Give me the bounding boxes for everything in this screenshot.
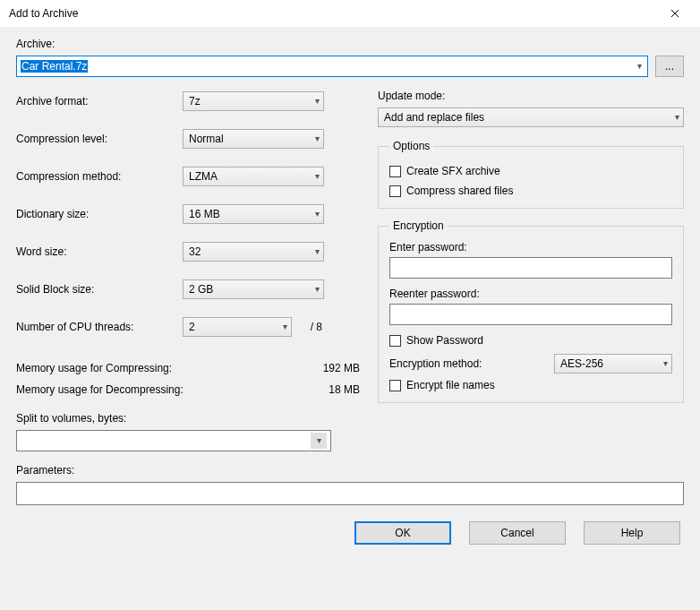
encrypt-names-checkbox[interactable] [389,380,401,391]
chevron-down-icon: ▾ [637,62,642,71]
mem-comp-value: 192 MB [323,362,360,374]
parameters-input[interactable] [16,482,684,505]
chevron-down-icon: ▾ [315,285,320,294]
options-group: Options Create SFX archive Compress shar… [378,140,684,209]
update-mode-select[interactable]: Add and replace files▾ [378,107,684,127]
chevron-down-icon: ▾ [315,247,320,256]
format-select[interactable]: 7z▾ [183,91,324,111]
chevron-down-icon: ▾ [315,97,320,106]
dict-label: Dictionary size: [16,208,183,220]
block-select[interactable]: 2 GB▾ [183,279,324,299]
chevron-down-icon: ▾ [317,436,321,445]
dialog-buttons: OK Cancel Help [16,521,684,545]
format-label: Archive format: [16,95,183,107]
close-button[interactable] [657,2,693,25]
sfx-label: Create SFX archive [406,165,500,177]
update-label: Update mode: [378,90,684,102]
reenter-password-label: Reenter password: [389,288,672,300]
browse-button[interactable]: ... [655,56,684,77]
enc-method-label: Encryption method: [389,357,482,370]
encryption-legend: Encryption [389,219,448,232]
close-icon [670,9,679,18]
help-button[interactable]: Help [584,521,680,545]
reenter-password-input[interactable] [389,304,672,325]
threads-total: / 8 [297,321,322,333]
block-label: Solid Block size: [16,283,183,296]
chevron-down-icon: ▾ [315,210,320,219]
archive-path-combobox[interactable]: Car Rental.7z ▾ [16,56,648,77]
threads-select[interactable]: 2▾ [183,317,292,337]
split-label: Split to volumes, bytes: [16,412,360,425]
archive-path-value: Car Rental.7z [21,60,88,73]
right-column: Update mode: Add and replace files▾ Opti… [378,90,684,451]
level-select[interactable]: Normal▾ [183,129,324,149]
sfx-checkbox[interactable] [389,166,401,177]
options-legend: Options [389,140,433,152]
word-select[interactable]: 32▾ [183,242,324,262]
archive-label: Archive: [16,38,684,50]
method-select[interactable]: LZMA▾ [183,167,324,186]
split-dropdown-button[interactable]: ▾ [311,433,327,449]
mem-decomp-label: Memory usage for Decompressing: [16,383,184,396]
encryption-group: Encryption Enter password: Reenter passw… [378,219,684,403]
word-label: Word size: [16,245,183,258]
shared-label: Compress shared files [406,185,513,197]
left-column: Archive format: 7z▾ Compression level: N… [16,90,360,451]
level-label: Compression level: [16,133,183,145]
chevron-down-icon: ▾ [315,172,320,181]
split-volumes-combobox[interactable]: ▾ [16,430,331,451]
dict-select[interactable]: 16 MB▾ [183,204,324,224]
shared-checkbox[interactable] [389,185,401,197]
encrypt-names-label: Encrypt file names [406,379,495,391]
enter-password-label: Enter password: [389,241,672,253]
chevron-down-icon: ▾ [315,134,320,143]
dialog-content: Archive: Car Rental.7z ▾ ... Archive for… [0,27,700,610]
parameters-label: Parameters: [16,464,684,477]
chevron-down-icon: ▾ [663,359,668,368]
chevron-down-icon: ▾ [283,322,287,331]
method-label: Compression method: [16,170,183,183]
enter-password-input[interactable] [389,257,672,279]
titlebar: Add to Archive [0,0,700,27]
mem-decomp-value: 18 MB [329,383,360,396]
enc-method-select[interactable]: AES-256▾ [554,354,672,374]
mem-comp-label: Memory usage for Compressing: [16,362,172,374]
show-password-label: Show Password [406,334,483,347]
threads-label: Number of CPU threads: [16,321,183,333]
window-title: Add to Archive [9,7,78,20]
chevron-down-icon: ▾ [675,113,679,122]
show-password-checkbox[interactable] [389,335,401,347]
archive-dropdown-button[interactable]: ▾ [631,56,647,76]
cancel-button[interactable]: Cancel [469,521,566,545]
ok-button[interactable]: OK [354,521,451,545]
